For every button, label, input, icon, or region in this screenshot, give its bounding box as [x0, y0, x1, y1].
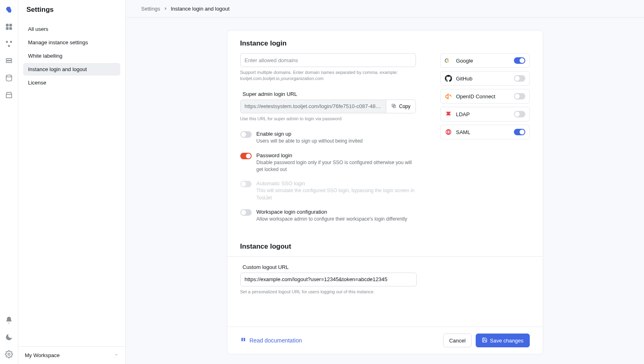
settings-gear-icon[interactable]	[5, 350, 13, 358]
database-icon[interactable]	[5, 57, 13, 65]
notification-bell-icon[interactable]	[5, 316, 13, 324]
google-icon: G	[445, 57, 452, 64]
cancel-button[interactable]: Cancel	[443, 334, 472, 347]
sso-item-saml[interactable]: SAML	[440, 125, 530, 139]
nav-white-labelling[interactable]: White labelling	[23, 50, 120, 62]
sso-saml-label: SAML	[456, 129, 514, 135]
chevron-down-icon	[114, 352, 119, 358]
super-admin-url-input[interactable]	[240, 100, 386, 113]
sso-github-toggle[interactable]	[514, 75, 525, 82]
sso-openid-label: OpenID Connect	[456, 93, 514, 100]
copy-label: Copy	[399, 104, 410, 109]
sso-google-label: Google	[456, 58, 514, 64]
copy-icon	[391, 103, 396, 110]
book-icon	[240, 337, 246, 344]
svg-rect-8	[6, 61, 11, 63]
card-title-logout: Instance logout	[227, 230, 543, 256]
enable-signup-desc: Users will be able to sign up without be…	[257, 138, 416, 145]
nav-instance-login-logout[interactable]: Instance login and logout	[23, 63, 120, 76]
svg-rect-2	[6, 27, 9, 30]
auto-sso-title: Automatic SSO login	[257, 180, 416, 186]
sidebar: Settings All users Manage instance setti…	[18, 0, 126, 364]
enable-signup-title: Enable sign up	[257, 131, 416, 137]
card-title-login: Instance login	[227, 30, 543, 53]
sso-saml-toggle[interactable]	[514, 129, 525, 135]
svg-rect-3	[9, 27, 12, 30]
dark-mode-moon-icon[interactable]	[5, 333, 13, 341]
chevron-right-icon	[163, 6, 168, 11]
allowed-domains-hint: Support multiple domains. Enter domain n…	[240, 69, 416, 82]
svg-point-5	[10, 41, 12, 43]
sso-github-label: GitHub	[456, 76, 514, 82]
sso-openid-toggle[interactable]	[514, 93, 525, 100]
breadcrumb-leaf: Instance login and logout	[171, 6, 230, 12]
custom-logout-url-label: Custom logout URL	[240, 264, 417, 270]
github-icon	[445, 75, 452, 82]
sso-item-github[interactable]: GitHub	[440, 71, 530, 86]
workspace-label: My Workspace	[25, 352, 60, 358]
save-icon	[482, 337, 487, 344]
enable-signup-toggle[interactable]	[240, 131, 252, 138]
app-icon-rail	[0, 0, 18, 364]
doc-link-label: Read documentation	[250, 337, 302, 344]
svg-point-13	[446, 130, 451, 134]
svg-point-10	[8, 353, 10, 355]
nav-all-users[interactable]: All users	[23, 23, 120, 35]
svg-point-4	[6, 41, 8, 43]
storage-icon[interactable]	[5, 74, 13, 82]
brand-logo-icon[interactable]	[5, 6, 13, 14]
allowed-domains-input[interactable]	[240, 53, 416, 67]
copy-url-button[interactable]: Copy	[386, 100, 416, 113]
sso-item-ldap[interactable]: LDAP	[440, 107, 530, 121]
openid-icon	[445, 93, 452, 100]
workspace-selector[interactable]: My Workspace	[18, 346, 125, 364]
svg-point-6	[8, 45, 10, 47]
sidebar-title: Settings	[18, 0, 125, 20]
breadcrumb-root[interactable]: Settings	[141, 6, 160, 12]
sso-ldap-label: LDAP	[456, 111, 514, 117]
password-login-title: Password login	[257, 152, 416, 158]
svg-rect-0	[6, 24, 9, 27]
svg-rect-1	[9, 24, 12, 27]
custom-logout-url-input[interactable]	[240, 273, 417, 286]
saml-icon	[445, 128, 452, 136]
workspace-login-title: Workspace login configuration	[257, 209, 416, 215]
save-changes-button[interactable]: Save changes	[476, 334, 529, 347]
svg-point-9	[6, 75, 11, 77]
settings-card: Instance login Support multiple domains.…	[227, 30, 543, 354]
sso-google-toggle[interactable]	[514, 57, 525, 64]
breadcrumb: Settings Instance login and logout	[126, 0, 644, 18]
password-login-toggle[interactable]	[240, 153, 252, 159]
nav-license[interactable]: License	[23, 76, 120, 89]
apps-icon[interactable]	[5, 23, 13, 31]
super-admin-url-hint: Use this URL for super admin to login vi…	[240, 116, 416, 122]
super-admin-url-label: Super admin login URL	[240, 91, 416, 97]
workspace-login-desc: Allow workspace admin to configure their…	[257, 216, 416, 223]
read-documentation-link[interactable]: Read documentation	[240, 337, 302, 344]
auto-sso-toggle	[240, 181, 252, 187]
sso-ldap-toggle[interactable]	[514, 111, 525, 117]
sso-item-google[interactable]: G Google	[440, 53, 530, 68]
marketplace-icon[interactable]	[5, 91, 13, 99]
password-login-desc: Disable password login only if your SSO …	[257, 159, 416, 173]
sso-item-openid[interactable]: OpenID Connect	[440, 89, 530, 104]
ldap-icon	[445, 110, 452, 118]
custom-logout-url-hint: Set a personalized logout URL for users …	[240, 289, 417, 295]
workflow-icon[interactable]	[5, 40, 13, 48]
nav-manage-instance[interactable]: Manage instance settings	[23, 36, 120, 49]
auto-sso-desc: This will simulate the configured SSO lo…	[257, 187, 416, 202]
workspace-login-toggle[interactable]	[240, 209, 252, 216]
svg-rect-7	[6, 58, 11, 60]
